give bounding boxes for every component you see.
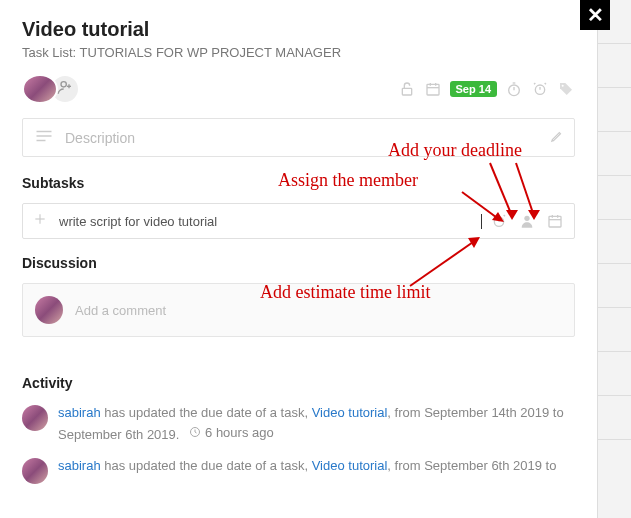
add-user-icon [57, 79, 73, 99]
svg-point-0 [61, 82, 66, 87]
paragraph-icon [35, 129, 53, 146]
task-modal: Video tutorial Task List: TUTORIALS FOR … [0, 0, 597, 518]
discussion-heading: Discussion [22, 255, 575, 271]
activity-heading: Activity [22, 375, 575, 391]
unlock-icon[interactable] [398, 80, 416, 98]
description-field[interactable]: Description [22, 118, 575, 157]
subtask-calendar-icon[interactable] [546, 212, 564, 230]
activity-task-link[interactable]: Video tutorial [312, 405, 388, 420]
subtask-user-icon[interactable] [518, 212, 536, 230]
plus-icon[interactable] [33, 212, 51, 230]
comment-placeholder: Add a comment [75, 303, 166, 318]
subtask-input[interactable] [59, 214, 482, 229]
svg-point-11 [535, 85, 544, 94]
subtask-action-icons [490, 212, 564, 230]
activity-text: sabirah has updated the due date of a ta… [58, 403, 575, 444]
stopwatch-icon[interactable] [505, 80, 523, 98]
clock-icon [189, 426, 201, 438]
background-strip [597, 0, 631, 518]
subtasks-heading: Subtasks [22, 175, 575, 191]
activity-user-link[interactable]: sabirah [58, 405, 101, 420]
svg-point-13 [562, 85, 564, 87]
subtask-input-row [22, 203, 575, 239]
comment-box[interactable]: Add a comment [22, 283, 575, 337]
svg-rect-3 [402, 88, 411, 95]
close-button[interactable]: ✕ [580, 0, 610, 30]
activity-task-link[interactable]: Video tutorial [312, 458, 388, 473]
activity-row: sabirah has updated the due date of a ta… [22, 403, 575, 444]
close-icon: ✕ [587, 3, 604, 27]
avatar[interactable] [22, 74, 58, 104]
subtask-alarm-icon[interactable] [490, 212, 508, 230]
avatar [22, 405, 48, 431]
task-list-label: Task List: TUTORIALS FOR WP PROJECT MANA… [22, 45, 575, 60]
task-header-row: Sep 14 [22, 74, 575, 104]
avatar [22, 458, 48, 484]
activity-time: 6 hours ago [189, 423, 274, 443]
calendar-start-icon[interactable] [424, 80, 442, 98]
due-date-badge[interactable]: Sep 14 [450, 81, 497, 97]
svg-rect-4 [427, 84, 439, 95]
task-title: Video tutorial [22, 18, 575, 41]
assignee-avatars [22, 74, 80, 104]
tag-icon[interactable] [557, 80, 575, 98]
activity-text: sabirah has updated the due date of a ta… [58, 456, 556, 476]
description-placeholder: Description [65, 130, 135, 146]
task-meta-icons: Sep 14 [398, 80, 575, 98]
activity-row: sabirah has updated the due date of a ta… [22, 456, 575, 484]
avatar [35, 296, 63, 324]
svg-point-21 [524, 216, 529, 221]
activity-user-link[interactable]: sabirah [58, 458, 101, 473]
edit-icon[interactable] [550, 129, 564, 146]
svg-rect-22 [549, 216, 561, 227]
alarm-icon[interactable] [531, 80, 549, 98]
